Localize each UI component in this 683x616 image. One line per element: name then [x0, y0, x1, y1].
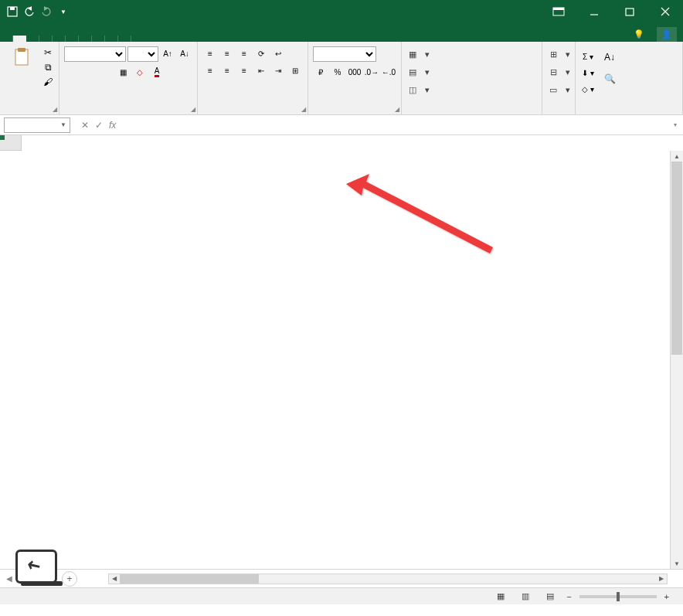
- group-font: A↑ A↓ ▦ ◇ A ◢: [59, 42, 198, 114]
- font-color-icon[interactable]: A: [149, 65, 165, 79]
- tab-file[interactable]: [0, 36, 13, 42]
- fill-color-icon[interactable]: ◇: [132, 65, 148, 79]
- tab-acrobat[interactable]: [118, 36, 131, 42]
- borders-icon[interactable]: ▦: [115, 65, 131, 79]
- align-left-icon[interactable]: ≡: [202, 63, 218, 77]
- indent-decrease-icon[interactable]: ⇤: [253, 63, 269, 77]
- view-page-layout-icon[interactable]: ▥: [517, 590, 534, 603]
- close-icon[interactable]: [647, 0, 683, 23]
- view-page-break-icon[interactable]: ▤: [542, 590, 559, 603]
- dialog-launcher-icon[interactable]: ◢: [395, 106, 399, 113]
- fill-icon[interactable]: ⬇ ▾: [580, 66, 596, 80]
- tab-abbyy[interactable]: [105, 36, 118, 42]
- cell-styles-button[interactable]: ◫ ▾: [406, 82, 430, 97]
- scroll-thumb[interactable]: [120, 574, 259, 584]
- group-label: [580, 111, 678, 114]
- scroll-right-icon[interactable]: ▶: [656, 574, 667, 584]
- chevron-down-icon[interactable]: ▼: [60, 121, 66, 128]
- group-cells: ⊞ ▾ ⊟ ▾ ▭ ▾: [542, 42, 576, 114]
- increase-font-icon[interactable]: A↑: [160, 46, 175, 60]
- cancel-icon[interactable]: ✕: [81, 120, 89, 131]
- fx-icon[interactable]: fx: [109, 120, 116, 131]
- share-button[interactable]: 👤: [657, 27, 677, 42]
- scroll-down-icon[interactable]: ▼: [671, 558, 683, 569]
- name-box[interactable]: ▼: [4, 117, 70, 133]
- comma-icon[interactable]: 000: [347, 65, 362, 79]
- tab-home[interactable]: [13, 36, 26, 42]
- dialog-launcher-icon[interactable]: ◢: [53, 106, 57, 113]
- number-format-select[interactable]: [313, 46, 376, 62]
- dialog-launcher-icon[interactable]: ◢: [301, 106, 306, 113]
- insert-cells-button[interactable]: ⊞ ▾: [547, 46, 570, 62]
- decrease-font-icon[interactable]: A↓: [177, 46, 192, 60]
- font-name-select[interactable]: [64, 46, 126, 62]
- percent-icon[interactable]: %: [330, 65, 345, 79]
- redo-icon[interactable]: [40, 5, 53, 18]
- delete-cells-button[interactable]: ⊟ ▾: [547, 64, 570, 80]
- clear-icon[interactable]: ◇ ▾: [580, 82, 596, 96]
- font-size-select[interactable]: [127, 46, 158, 62]
- wrap-text-icon[interactable]: ↩: [270, 46, 286, 60]
- tab-view[interactable]: [92, 36, 105, 42]
- vertical-scrollbar[interactable]: ▲ ▼: [670, 151, 683, 569]
- fill-handle[interactable]: [0, 135, 5, 140]
- paste-button[interactable]: [5, 43, 39, 70]
- zoom-out-icon[interactable]: −: [566, 592, 571, 601]
- scroll-left-icon[interactable]: ◀: [109, 574, 120, 584]
- sheet-nav-prev-icon[interactable]: ◀: [6, 574, 12, 583]
- tell-me[interactable]: 💡: [634, 29, 644, 39]
- indent-increase-icon[interactable]: ⇥: [270, 63, 286, 77]
- italic-button[interactable]: [81, 65, 97, 79]
- horizontal-scrollbar[interactable]: ◀ ▶: [108, 573, 668, 584]
- svg-rect-3: [553, 8, 564, 10]
- watermark-icon: ↖: [15, 550, 57, 584]
- underline-button[interactable]: [98, 65, 114, 79]
- tab-formulas[interactable]: [53, 36, 66, 42]
- dialog-launcher-icon[interactable]: ◢: [191, 106, 195, 113]
- align-bottom-icon[interactable]: ≡: [236, 46, 252, 60]
- undo-icon[interactable]: [23, 5, 36, 18]
- status-bar: ▦ ▥ ▤ − +: [0, 587, 683, 604]
- titlebar: ▼: [0, 0, 683, 23]
- maximize-icon[interactable]: [612, 0, 647, 23]
- find-select-icon[interactable]: 🔍: [603, 73, 616, 85]
- save-icon[interactable]: [6, 5, 19, 18]
- formula-input[interactable]: [127, 117, 668, 133]
- expand-formula-icon[interactable]: ▾: [668, 121, 683, 128]
- copy-icon[interactable]: ⧉: [42, 61, 54, 73]
- group-label: [64, 111, 192, 114]
- view-normal-icon[interactable]: ▦: [492, 590, 509, 603]
- align-top-icon[interactable]: ≡: [202, 46, 218, 60]
- qat-customize-icon[interactable]: ▼: [57, 5, 70, 18]
- format-as-table-button[interactable]: ▤ ▾: [406, 64, 430, 80]
- autosum-icon[interactable]: Σ ▾: [580, 49, 596, 63]
- align-right-icon[interactable]: ≡: [236, 63, 252, 77]
- annotation-arrow: [346, 174, 501, 267]
- increase-decimal-icon[interactable]: .0→: [364, 65, 379, 79]
- decrease-decimal-icon[interactable]: ←.0: [381, 65, 396, 79]
- bold-button[interactable]: [64, 65, 80, 79]
- align-middle-icon[interactable]: ≡: [219, 46, 235, 60]
- zoom-in-icon[interactable]: +: [664, 592, 669, 601]
- cut-icon[interactable]: ✂: [42, 46, 54, 59]
- tab-insert[interactable]: [26, 36, 39, 42]
- tab-layout[interactable]: [39, 36, 53, 42]
- tab-data[interactable]: [66, 36, 79, 42]
- align-center-icon[interactable]: ≡: [219, 63, 235, 77]
- enter-icon[interactable]: ✓: [95, 120, 103, 131]
- orientation-icon[interactable]: ⟳: [253, 46, 269, 60]
- ribbon-options-icon[interactable]: [541, 0, 576, 23]
- tab-review[interactable]: [79, 36, 92, 42]
- scroll-thumb[interactable]: [671, 162, 682, 355]
- merge-icon[interactable]: ⊞: [287, 63, 303, 77]
- format-cells-button[interactable]: ▭ ▾: [547, 82, 570, 97]
- group-label: [202, 111, 303, 114]
- minimize-icon[interactable]: [576, 0, 612, 23]
- scroll-up-icon[interactable]: ▲: [671, 151, 683, 162]
- conditional-formatting-button[interactable]: ▦ ▾: [406, 46, 430, 62]
- sort-filter-icon[interactable]: A↓: [603, 51, 616, 63]
- group-number: ₽ % 000 .0→ ←.0 ◢: [308, 42, 402, 114]
- format-painter-icon[interactable]: 🖌: [42, 76, 54, 88]
- zoom-slider[interactable]: [579, 595, 657, 598]
- currency-icon[interactable]: ₽: [313, 65, 328, 79]
